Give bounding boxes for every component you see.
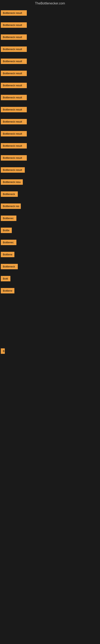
list-item: Bottl xyxy=(0,272,100,284)
bottleneck-badge[interactable]: Bottleneck result xyxy=(1,143,27,148)
list-item xyxy=(0,418,100,430)
bottleneck-badge[interactable]: Bottleneck result xyxy=(1,155,27,160)
bottleneck-badge[interactable]: Bottleneck result xyxy=(1,22,27,28)
list-item: Bottleneck result xyxy=(0,140,100,152)
list-item: Bottlene xyxy=(0,284,100,297)
list-item: B xyxy=(0,345,100,357)
bottleneck-badge[interactable]: Bottl xyxy=(1,276,10,281)
list-item xyxy=(0,357,100,369)
list-item: Bottleneck res xyxy=(0,200,100,212)
list-item: Bottleneck result xyxy=(0,7,100,19)
list-item: Bottleneck result xyxy=(0,19,100,31)
list-item: Bottleneck result xyxy=(0,67,100,79)
list-item xyxy=(0,393,100,405)
bottleneck-badge[interactable]: Bottleneck result xyxy=(1,107,27,112)
bottleneck-badge[interactable]: Bottleneck result xyxy=(1,83,27,88)
list-item: Bottleneck result xyxy=(0,104,100,116)
bottleneck-badge[interactable]: Bottlene xyxy=(1,288,14,294)
list-item: Bottleneck xyxy=(0,260,100,272)
bottleneck-badge[interactable]: Bottleneck result xyxy=(1,131,27,136)
list-item: Bottleneck resu xyxy=(0,176,100,188)
bottleneck-badge[interactable]: Bottle xyxy=(1,228,12,233)
list-item xyxy=(0,381,100,393)
bottleneck-badge[interactable]: Bottleneck res xyxy=(1,204,21,209)
list-item: Bottleneck result xyxy=(0,152,100,164)
bottleneck-badge[interactable]: Bottleneck result xyxy=(1,95,27,100)
bottleneck-badge[interactable]: B xyxy=(1,348,5,354)
list-item: Bottleneck result xyxy=(0,79,100,91)
bottleneck-badge[interactable]: Bottleneck result xyxy=(1,46,27,52)
list-item: Bottlenec xyxy=(0,236,100,248)
bottleneck-badge[interactable]: Bottleneck result xyxy=(1,71,27,76)
list-item: Bottleneck result xyxy=(0,164,100,176)
list-item xyxy=(0,321,100,333)
list-item: Bottleneck result xyxy=(0,55,100,67)
bottleneck-badge[interactable]: Bottleneck resu xyxy=(1,179,23,185)
bottleneck-badge[interactable]: Bottleneck result xyxy=(1,58,27,64)
bottleneck-badge[interactable]: Bottlenec xyxy=(1,216,16,221)
list-item: Bottleneck result xyxy=(0,128,100,140)
bottleneck-badge[interactable]: Bottleneck result xyxy=(1,34,27,40)
list-item: Bottleneck xyxy=(0,188,100,200)
list-item: Bottleneck result xyxy=(0,116,100,128)
bottleneck-badge[interactable]: Bottlenec xyxy=(1,240,16,245)
site-header: TheBottlenecker.com xyxy=(0,0,100,7)
list-item: Bottleneck result xyxy=(0,91,100,104)
list-item: Bottleneck result xyxy=(0,43,100,55)
bottleneck-badge[interactable]: Bottleneck xyxy=(1,264,18,269)
list-item: Bottlenec xyxy=(0,212,100,224)
list-item: Bottlene xyxy=(0,248,100,260)
bottleneck-badge[interactable]: Bottleneck result xyxy=(1,119,27,124)
bottleneck-badge[interactable]: Bottleneck xyxy=(1,192,18,197)
list-item: Bottle xyxy=(0,224,100,236)
list-item xyxy=(0,309,100,321)
list-item xyxy=(0,369,100,381)
list-item: Bottleneck result xyxy=(0,31,100,43)
list-item xyxy=(0,405,100,418)
list-item xyxy=(0,333,100,345)
bottleneck-badge[interactable]: Bottleneck result xyxy=(1,167,25,173)
site-title: TheBottlenecker.com xyxy=(0,0,100,7)
list-item xyxy=(0,297,100,309)
bottleneck-badge[interactable]: Bottlene xyxy=(1,252,14,257)
bottleneck-badge[interactable]: Bottleneck result xyxy=(1,10,27,16)
list-item xyxy=(0,430,100,442)
